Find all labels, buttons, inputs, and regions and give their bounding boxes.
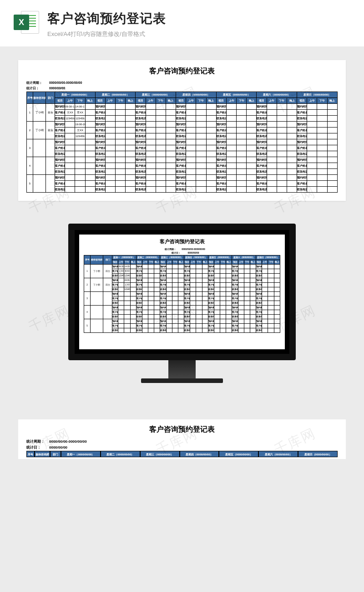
meta-date: 统计日：0000/00/00	[84, 251, 280, 254]
spreadsheet-preview-top: 客户咨询预约登记表 统计周期：0000/00/00-0000/00/00 统计日…	[18, 60, 346, 201]
meta-date: 统计日：0000/00/00	[26, 445, 338, 450]
table-row: 4预约时间预约时间预约时间预约时间预约时间预约时间预约时间	[27, 157, 338, 163]
meta-date: 统计日：0000/00/00	[26, 86, 338, 91]
table-row: 联系电话123456123456联系电话联系电话联系电话联系电话联系电话联系电话	[84, 274, 280, 278]
table-row: 客户姓名客户姓名客户姓名客户姓名客户姓名客户姓名客户姓名	[84, 296, 280, 301]
bottom-day-header: 序号接待咨询师部门星期一（0000/00/00）星期二（0000/00/00）星…	[26, 451, 338, 457]
table-row: 3预约时间预约时间预约时间预约时间预约时间预约时间预约时间	[27, 139, 338, 145]
table-body: 1丁小明前台预约时间09:30-11:0014:00-17:00预约时间预约时间…	[27, 104, 338, 193]
table-row: 5预约时间预约时间预约时间预约时间预约时间预约时间预约时间	[27, 175, 338, 181]
table-row: 客户姓名客户姓名客户姓名客户姓名客户姓名客户姓名客户姓名	[84, 310, 280, 315]
table-row: 5预约时间预约时间预约时间预约时间预约时间预约时间预约时间	[84, 319, 280, 324]
table-row: 联系电话联系电话联系电话联系电话联系电话联系电话联系电话	[27, 187, 338, 193]
sheet-title: 客户咨询预约登记表	[26, 425, 338, 434]
table-row: 1丁小明前台预约时间09:30-11:0014:00-17:00预约时间预约时间…	[27, 104, 338, 110]
table-row: 联系电话123456联系电话联系电话联系电话联系电话联系电话联系电话	[84, 287, 280, 292]
meta-period: 统计周期：0000/00/00-0000/00/00	[84, 248, 280, 250]
table-row: 联系电话联系电话联系电话联系电话联系电话联系电话联系电话	[27, 169, 338, 175]
page-header: X 客户咨询预约登记表 Excel/A4打印/内容随意修改/自带格式	[0, 0, 364, 46]
table-row: 联系电话联系电话联系电话联系电话联系电话联系电话联系电话	[27, 151, 338, 157]
table-head: 序号接待咨询师部门星期一（0000/00/00）星期二（0000/00/00）星…	[27, 92, 338, 104]
table-row: 联系电话联系电话联系电话联系电话联系电话联系电话联系电话	[84, 315, 280, 319]
monitor-stand-base	[141, 378, 223, 383]
table-row: 客户姓名王XX客户姓名客户姓名客户姓名客户姓名客户姓名客户姓名	[27, 128, 338, 133]
monitor-stand-neck	[168, 360, 196, 378]
table-row: 客户姓名王XX客户姓名客户姓名客户姓名客户姓名客户姓名客户姓名	[84, 283, 280, 287]
sheet-title: 客户咨询预约登记表	[84, 238, 280, 245]
spreadsheet-preview-bottom: 客户咨询预约登记表 统计周期：0000/00/00-0000/00/00 统计日…	[18, 419, 346, 459]
table-row: 联系电话123456123456联系电话联系电话联系电话联系电话联系电话联系电话	[27, 116, 338, 122]
table-row: 1丁小明前台预约时间09:30-11:0014:00-17:00预约时间预约时间…	[84, 265, 280, 269]
meta-period: 统计周期：0000/00/00-0000/00/00	[26, 81, 338, 85]
table-row: 客户姓名客户姓名客户姓名客户姓名客户姓名客户姓名客户姓名	[84, 324, 280, 328]
table-row: 联系电话联系电话联系电话联系电话联系电话联系电话联系电话	[84, 301, 280, 306]
page-title: 客户咨询预约登记表	[47, 10, 350, 27]
meta-period: 统计周期：0000/00/00-0000/00/00	[26, 439, 338, 444]
table-row: 客户姓名王XX李XX客户姓名客户姓名客户姓名客户姓名客户姓名客户姓名	[27, 110, 338, 116]
table-row: 客户姓名客户姓名客户姓名客户姓名客户姓名客户姓名客户姓名	[27, 163, 338, 169]
table-row: 客户姓名客户姓名客户姓名客户姓名客户姓名客户姓名客户姓名	[27, 181, 338, 187]
excel-icon: X	[14, 10, 39, 36]
page-subtitle: Excel/A4打印/内容随意修改/自带格式	[47, 30, 350, 38]
sheet-title: 客户咨询预约登记表	[26, 66, 338, 76]
table-row: 客户姓名客户姓名客户姓名客户姓名客户姓名客户姓名客户姓名	[27, 145, 338, 151]
table-row: 2丁小明前台预约时间19:00-20:00预约时间预约时间预约时间预约时间预约时…	[27, 122, 338, 128]
table-head: 序号接待咨询师部门星期一（0000/00/00）星期二（0000/00/00）星…	[84, 255, 280, 265]
monitor-mockup: 客户咨询预约登记表 统计周期：0000/00/00-0000/00/00 统计日…	[18, 224, 346, 383]
table-row: 3预约时间预约时间预约时间预约时间预约时间预约时间预约时间	[84, 292, 280, 296]
table-row: 4预约时间预约时间预约时间预约时间预约时间预约时间预约时间	[84, 306, 280, 310]
table-row: 客户姓名王XX李XX客户姓名客户姓名客户姓名客户姓名客户姓名客户姓名	[84, 269, 280, 274]
table-row: 联系电话123456联系电话联系电话联系电话联系电话联系电话联系电话	[27, 133, 338, 139]
registration-table: 序号接待咨询师部门星期一（0000/00/00）星期二（0000/00/00）星…	[84, 255, 280, 333]
registration-table: 序号接待咨询师部门星期一（0000/00/00）星期二（0000/00/00）星…	[26, 92, 338, 193]
table-row: 2丁小明前台预约时间19:00-20:00预约时间预约时间预约时间预约时间预约时…	[84, 278, 280, 283]
monitor-screen: 客户咨询预约登记表 统计周期：0000/00/00-0000/00/00 统计日…	[68, 224, 296, 360]
table-body: 1丁小明前台预约时间09:30-11:0014:00-17:00预约时间预约时间…	[84, 265, 280, 333]
table-row: 联系电话联系电话联系电话联系电话联系电话联系电话联系电话	[84, 328, 280, 333]
